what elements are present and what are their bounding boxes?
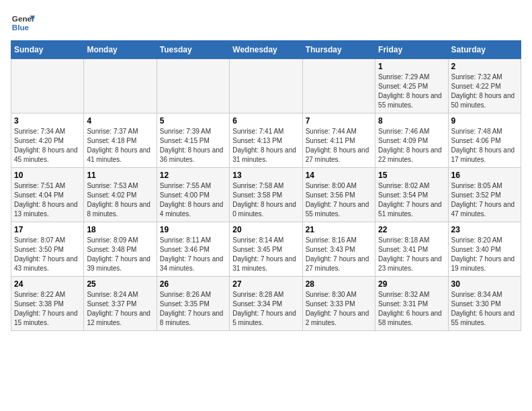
day-info: Sunrise: 7:53 AM Sunset: 4:02 PM Dayligh… [87,181,153,219]
day-number: 6 [232,116,299,126]
day-info: Sunrise: 8:14 AM Sunset: 3:45 PM Dayligh… [232,236,299,273]
day-info: Sunrise: 7:34 AM Sunset: 4:20 PM Dayligh… [14,127,81,165]
calendar-cell: 2Sunrise: 7:32 AM Sunset: 4:22 PM Daylig… [448,59,521,113]
day-number: 5 [160,116,226,126]
calendar-cell [11,59,84,113]
calendar-week-4: 17Sunrise: 8:07 AM Sunset: 3:50 PM Dayli… [11,222,521,277]
day-info: Sunrise: 7:55 AM Sunset: 4:00 PM Dayligh… [160,181,226,219]
day-number: 1 [378,62,445,71]
day-number: 7 [306,116,372,126]
day-info: Sunrise: 7:41 AM Sunset: 4:13 PM Dayligh… [232,127,299,165]
day-info: Sunrise: 8:34 AM Sunset: 3:30 PM Dayligh… [451,290,518,328]
weekday-header-monday: Monday [84,41,157,59]
day-info: Sunrise: 8:02 AM Sunset: 3:54 PM Dayligh… [378,181,445,219]
day-number: 15 [378,171,445,180]
day-info: Sunrise: 8:09 AM Sunset: 3:48 PM Dayligh… [87,236,153,273]
svg-text:General: General [12,14,35,23]
calendar-cell: 14Sunrise: 8:00 AM Sunset: 3:56 PM Dayli… [302,168,375,222]
calendar-cell: 24Sunrise: 8:22 AM Sunset: 3:38 PM Dayli… [11,277,84,331]
day-info: Sunrise: 8:11 AM Sunset: 3:46 PM Dayligh… [160,236,226,273]
day-info: Sunrise: 7:58 AM Sunset: 3:58 PM Dayligh… [232,181,299,219]
calendar-week-3: 10Sunrise: 7:51 AM Sunset: 4:04 PM Dayli… [11,168,521,222]
day-number: 28 [306,279,372,289]
calendar-cell: 17Sunrise: 8:07 AM Sunset: 3:50 PM Dayli… [11,222,84,277]
calendar-cell [230,59,302,113]
calendar-cell: 28Sunrise: 8:30 AM Sunset: 3:33 PM Dayli… [302,277,375,331]
day-number: 22 [378,225,445,234]
calendar-cell [157,59,229,113]
calendar-cell: 9Sunrise: 7:48 AM Sunset: 4:06 PM Daylig… [448,113,521,168]
day-number: 9 [451,116,518,126]
logo-icon: General Blue [11,11,35,35]
day-info: Sunrise: 8:28 AM Sunset: 3:34 PM Dayligh… [232,290,299,328]
calendar-cell: 11Sunrise: 7:53 AM Sunset: 4:02 PM Dayli… [84,168,157,222]
day-info: Sunrise: 8:20 AM Sunset: 3:40 PM Dayligh… [451,236,518,273]
calendar-cell: 30Sunrise: 8:34 AM Sunset: 3:30 PM Dayli… [448,277,521,331]
calendar-week-1: 1Sunrise: 7:29 AM Sunset: 4:25 PM Daylig… [11,59,521,113]
day-info: Sunrise: 8:22 AM Sunset: 3:38 PM Dayligh… [14,290,81,328]
weekday-header-friday: Friday [375,41,448,59]
calendar-cell: 29Sunrise: 8:32 AM Sunset: 3:31 PM Dayli… [375,277,448,331]
calendar-body: 1Sunrise: 7:29 AM Sunset: 4:25 PM Daylig… [11,59,521,331]
day-number: 30 [451,279,518,289]
calendar-cell: 25Sunrise: 8:24 AM Sunset: 3:37 PM Dayli… [84,277,157,331]
day-info: Sunrise: 7:48 AM Sunset: 4:06 PM Dayligh… [451,127,518,165]
day-number: 10 [14,171,81,180]
calendar-cell [302,59,375,113]
calendar-cell: 15Sunrise: 8:02 AM Sunset: 3:54 PM Dayli… [375,168,448,222]
day-number: 4 [87,116,153,126]
day-info: Sunrise: 7:46 AM Sunset: 4:09 PM Dayligh… [378,127,445,165]
calendar-cell: 20Sunrise: 8:14 AM Sunset: 3:45 PM Dayli… [230,222,302,277]
day-number: 24 [14,279,81,289]
day-number: 8 [378,116,445,126]
calendar-cell: 10Sunrise: 7:51 AM Sunset: 4:04 PM Dayli… [11,168,84,222]
calendar-cell: 22Sunrise: 8:18 AM Sunset: 3:41 PM Dayli… [375,222,448,277]
day-info: Sunrise: 7:29 AM Sunset: 4:25 PM Dayligh… [378,73,445,110]
day-number: 25 [87,279,153,289]
weekday-header-row: SundayMondayTuesdayWednesdayThursdayFrid… [11,41,521,59]
calendar-cell [84,59,157,113]
day-info: Sunrise: 8:18 AM Sunset: 3:41 PM Dayligh… [378,236,445,273]
day-info: Sunrise: 8:00 AM Sunset: 3:56 PM Dayligh… [306,181,372,219]
day-number: 21 [306,225,372,234]
day-number: 14 [306,171,372,180]
calendar-cell: 7Sunrise: 7:44 AM Sunset: 4:11 PM Daylig… [302,113,375,168]
calendar-cell: 13Sunrise: 7:58 AM Sunset: 3:58 PM Dayli… [230,168,302,222]
day-number: 20 [232,225,299,234]
day-number: 23 [451,225,518,234]
weekday-header-thursday: Thursday [302,41,375,59]
weekday-header-sunday: Sunday [11,41,84,59]
calendar-cell: 1Sunrise: 7:29 AM Sunset: 4:25 PM Daylig… [375,59,448,113]
day-number: 2 [451,62,518,71]
calendar-cell: 23Sunrise: 8:20 AM Sunset: 3:40 PM Dayli… [448,222,521,277]
day-number: 17 [14,225,81,234]
day-info: Sunrise: 7:44 AM Sunset: 4:11 PM Dayligh… [306,127,372,165]
weekday-header-wednesday: Wednesday [230,41,302,59]
calendar-week-2: 3Sunrise: 7:34 AM Sunset: 4:20 PM Daylig… [11,113,521,168]
day-number: 26 [160,279,226,289]
day-info: Sunrise: 8:07 AM Sunset: 3:50 PM Dayligh… [14,236,81,273]
calendar-cell: 19Sunrise: 8:11 AM Sunset: 3:46 PM Dayli… [157,222,229,277]
calendar-cell: 26Sunrise: 8:26 AM Sunset: 3:35 PM Dayli… [157,277,229,331]
day-number: 13 [232,171,299,180]
day-info: Sunrise: 7:37 AM Sunset: 4:18 PM Dayligh… [87,127,153,165]
svg-text:Blue: Blue [12,23,30,32]
day-info: Sunrise: 8:30 AM Sunset: 3:33 PM Dayligh… [306,290,372,328]
day-info: Sunrise: 7:51 AM Sunset: 4:04 PM Dayligh… [14,181,81,219]
calendar-cell: 21Sunrise: 8:16 AM Sunset: 3:43 PM Dayli… [302,222,375,277]
day-number: 18 [87,225,153,234]
calendar-cell: 3Sunrise: 7:34 AM Sunset: 4:20 PM Daylig… [11,113,84,168]
page-header: General Blue [11,11,521,35]
weekday-header-saturday: Saturday [448,41,521,59]
calendar-cell: 12Sunrise: 7:55 AM Sunset: 4:00 PM Dayli… [157,168,229,222]
calendar-week-5: 24Sunrise: 8:22 AM Sunset: 3:38 PM Dayli… [11,277,521,331]
calendar-cell: 27Sunrise: 8:28 AM Sunset: 3:34 PM Dayli… [230,277,302,331]
day-info: Sunrise: 7:32 AM Sunset: 4:22 PM Dayligh… [451,73,518,110]
day-number: 29 [378,279,445,289]
logo: General Blue [11,11,35,35]
day-number: 11 [87,171,153,180]
calendar-cell: 16Sunrise: 8:05 AM Sunset: 3:52 PM Dayli… [448,168,521,222]
calendar-cell: 6Sunrise: 7:41 AM Sunset: 4:13 PM Daylig… [230,113,302,168]
calendar-table: SundayMondayTuesdayWednesdayThursdayFrid… [11,40,521,331]
day-number: 16 [451,171,518,180]
